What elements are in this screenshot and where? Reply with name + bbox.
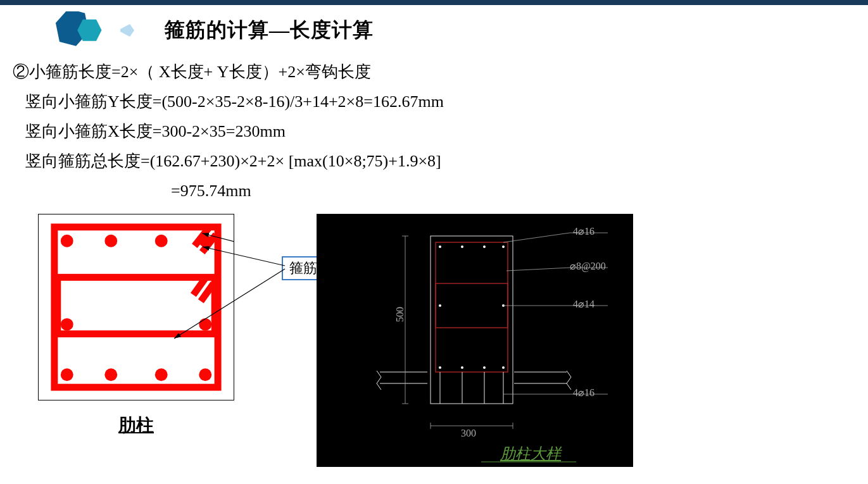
svg-point-14 — [61, 318, 73, 331]
svg-point-32 — [439, 366, 441, 369]
svg-marker-2 — [120, 24, 134, 37]
svg-line-48 — [506, 268, 570, 271]
svg-point-34 — [483, 366, 486, 369]
logo-icon — [32, 11, 146, 49]
rib-column-label: 肋柱 — [118, 413, 154, 437]
cad-detail-title: 肋柱大样 — [500, 444, 561, 464]
dim-300: 300 — [461, 428, 476, 439]
cad-detail-diagram: 4⌀16 ⌀8@200 4⌀14 4⌀16 500 300 肋柱大样 — [317, 214, 633, 467]
svg-point-27 — [461, 245, 463, 248]
svg-point-16 — [61, 369, 73, 382]
formula-line-4: 竖向箍筋总长度=(162.67+230)×2+2× [max(10×8;75)+… — [13, 148, 855, 175]
annotation-d8-200: ⌀8@200 — [570, 260, 606, 272]
page-title: 箍筋的计算—长度计算 — [165, 16, 374, 44]
svg-point-28 — [483, 245, 486, 248]
svg-point-15 — [199, 318, 211, 331]
formula-line-2: 竖向小箍筋Y长度=(500-2×35-2×8-16)/3+14+2×8=162.… — [13, 89, 855, 116]
formula-line-5: =975.74mm — [13, 178, 855, 205]
header: 箍筋的计算—长度计算 — [0, 5, 868, 49]
svg-point-13 — [199, 235, 211, 247]
svg-point-30 — [439, 304, 441, 307]
svg-point-12 — [155, 235, 168, 247]
svg-line-46 — [503, 233, 570, 242]
svg-point-18 — [155, 369, 168, 382]
rib-column-diagram-container: 肋柱 — [38, 214, 234, 467]
svg-point-29 — [502, 245, 505, 248]
svg-point-10 — [61, 235, 73, 247]
formula-line-3: 竖向小箍筋X长度=300-2×35=230mm — [13, 118, 855, 146]
svg-point-33 — [461, 366, 463, 369]
rib-column-cross-section — [38, 214, 234, 400]
svg-point-35 — [502, 366, 505, 369]
content-area: ②小箍筋长度=2×（ X长度+ Y长度）+2×弯钩长度 竖向小箍筋Y长度=(50… — [0, 49, 868, 204]
svg-rect-24 — [436, 242, 508, 372]
annotation-4d14: 4⌀14 — [573, 298, 594, 310]
svg-point-11 — [104, 235, 117, 247]
diagrams-row: 肋柱 — [0, 214, 868, 467]
svg-rect-25 — [436, 283, 508, 328]
annotation-4d16-bot: 4⌀16 — [573, 387, 594, 399]
svg-point-19 — [199, 369, 211, 382]
svg-point-26 — [439, 245, 441, 248]
annotation-4d16-top: 4⌀16 — [573, 225, 594, 237]
svg-rect-23 — [431, 236, 513, 404]
formula-line-1: ②小箍筋长度=2×（ X长度+ Y长度）+2×弯钩长度 — [13, 59, 855, 86]
dim-500: 500 — [394, 307, 406, 322]
svg-point-17 — [104, 369, 117, 382]
top-bar — [0, 0, 868, 5]
